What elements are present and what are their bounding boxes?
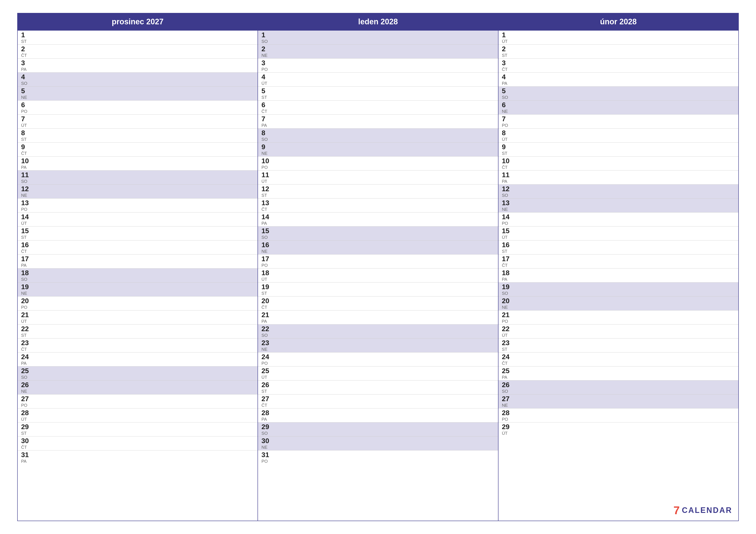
day-row: 20PO xyxy=(18,296,257,311)
day-row: 2ČT xyxy=(18,44,257,59)
day-cell: 9ČT xyxy=(21,143,34,156)
day-cell: 13ČT xyxy=(261,199,274,212)
day-row: 16ČT xyxy=(18,241,257,255)
month-col-2: únor 20281ÚT2ST3ČT4PA5SO6NE7PO8ÚT9ST10ČT… xyxy=(499,13,738,521)
day-cell: 20PO xyxy=(21,297,34,309)
day-number: 24 xyxy=(502,353,515,360)
day-number: 4 xyxy=(261,73,274,80)
day-name: ST xyxy=(21,431,34,435)
day-cell: 29ÚT xyxy=(502,423,515,435)
day-cell: 24PO xyxy=(261,353,274,366)
day-name: SO xyxy=(502,193,515,197)
day-row: 15ST xyxy=(18,226,257,241)
day-cell: 14ÚT xyxy=(21,214,34,225)
day-number: 24 xyxy=(261,353,274,360)
day-cell: 4ÚT xyxy=(261,73,274,86)
day-number: 12 xyxy=(261,185,274,192)
day-cell: 22ÚT xyxy=(502,325,515,338)
day-name: ST xyxy=(21,39,34,43)
day-name: SO xyxy=(502,95,515,99)
day-row: 20NE xyxy=(499,296,738,311)
day-number: 21 xyxy=(21,311,34,318)
day-row: 6NE xyxy=(499,101,738,114)
day-number: 4 xyxy=(502,73,515,80)
day-name: ČT xyxy=(261,109,274,114)
day-cell: 6ČT xyxy=(261,101,274,114)
day-cell: 8ST xyxy=(21,129,34,141)
day-name: PO xyxy=(502,221,515,225)
day-row: 12SO xyxy=(499,185,738,198)
day-cell: 18SO xyxy=(21,269,34,281)
day-cell: 25PA xyxy=(502,367,515,379)
day-cell: 5SO xyxy=(502,88,515,99)
day-row: 22ÚT xyxy=(499,324,738,339)
day-number: 5 xyxy=(502,88,515,94)
day-name: NE xyxy=(21,193,34,197)
day-number: 21 xyxy=(502,311,515,318)
day-row: 10PO xyxy=(258,157,498,170)
day-row: 20ČT xyxy=(258,296,498,311)
day-cell: 1ÚT xyxy=(502,32,515,43)
day-number: 17 xyxy=(261,255,274,262)
day-name: PA xyxy=(21,361,34,366)
day-number: 19 xyxy=(502,283,515,290)
day-number: 16 xyxy=(502,242,515,248)
day-cell: 15ÚT xyxy=(502,227,515,240)
day-name: PA xyxy=(261,221,274,225)
day-name: ÚT xyxy=(502,137,515,141)
day-row: 3PA xyxy=(18,59,257,73)
day-number: 8 xyxy=(21,129,34,136)
day-row: 8ÚT xyxy=(499,129,738,142)
day-cell: 19SO xyxy=(502,283,515,295)
day-row: 4PA xyxy=(499,73,738,87)
day-number: 14 xyxy=(502,214,515,220)
day-row: 10PA xyxy=(18,157,257,170)
day-row: 7PO xyxy=(499,114,738,129)
day-cell: 31PO xyxy=(261,451,274,463)
day-number: 4 xyxy=(21,73,34,80)
day-number: 20 xyxy=(21,297,34,304)
day-name: ST xyxy=(261,193,274,197)
day-number: 23 xyxy=(261,339,274,346)
day-row: 17PO xyxy=(258,255,498,268)
day-number: 13 xyxy=(261,199,274,206)
day-row: 5NE xyxy=(18,87,257,101)
day-cell: 19ST xyxy=(261,283,274,295)
day-cell: 8SO xyxy=(261,129,274,141)
day-cell: 24ČT xyxy=(502,353,515,366)
day-number: 3 xyxy=(261,60,274,66)
day-name: PA xyxy=(21,165,34,169)
day-row: 1ÚT xyxy=(499,31,738,44)
day-row: 23NE xyxy=(258,339,498,352)
day-name: NE xyxy=(502,403,515,407)
day-cell: 28PA xyxy=(261,409,274,421)
day-name: PA xyxy=(502,81,515,86)
day-number: 3 xyxy=(502,60,515,66)
day-cell: 3PO xyxy=(261,60,274,71)
day-name: ST xyxy=(261,95,274,99)
day-cell: 19NE xyxy=(21,283,34,295)
day-row: 24PO xyxy=(258,352,498,367)
day-name: NE xyxy=(261,151,274,156)
day-name: NE xyxy=(502,207,515,212)
day-number: 16 xyxy=(261,242,274,248)
day-row: 7PA xyxy=(258,114,498,129)
day-row: 26ST xyxy=(258,380,498,394)
day-number: 15 xyxy=(502,227,515,234)
day-name: ČT xyxy=(261,207,274,212)
day-name: ÚT xyxy=(502,39,515,43)
day-cell: 20NE xyxy=(502,297,515,309)
day-row: 18ÚT xyxy=(258,268,498,283)
day-cell: 10PO xyxy=(261,157,274,169)
day-name: SO xyxy=(502,389,515,394)
day-number: 27 xyxy=(502,395,515,402)
day-cell: 3ČT xyxy=(502,60,515,71)
day-name: ÚT xyxy=(502,431,515,435)
day-name: SO xyxy=(261,431,274,435)
day-row: 21PA xyxy=(258,311,498,324)
day-row: 4SO xyxy=(18,73,257,87)
day-row: 4ÚT xyxy=(258,73,498,87)
day-number: 5 xyxy=(21,88,34,94)
day-number: 26 xyxy=(21,381,34,388)
day-number: 14 xyxy=(261,214,274,220)
